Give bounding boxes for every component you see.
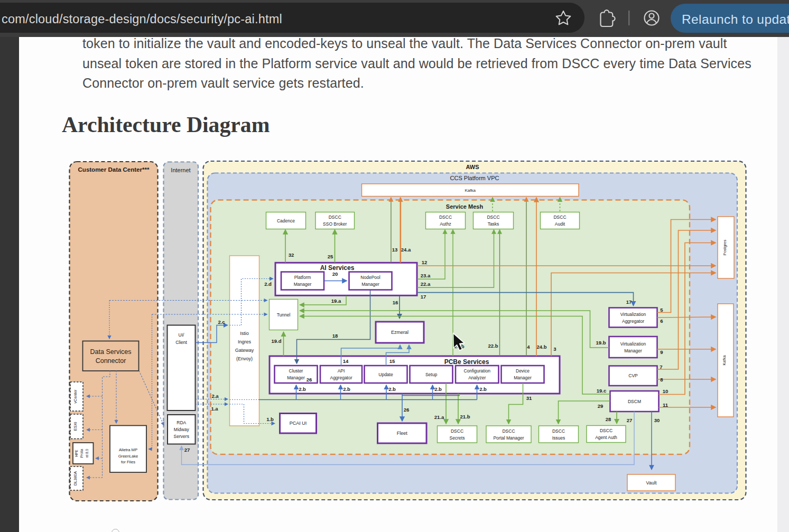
svg-text:2.b: 2.b (299, 386, 306, 392)
svg-text:Aggregator: Aggregator (622, 319, 644, 324)
svg-text:Manager: Manager (624, 348, 642, 353)
svg-text:AWS: AWS (466, 164, 479, 170)
svg-text:Platform: Platform (294, 275, 311, 280)
svg-text:NodePool: NodePool (360, 275, 380, 280)
svg-text:3: 3 (553, 346, 556, 352)
svg-text:32: 32 (289, 252, 294, 258)
svg-text:21.b: 21.b (460, 414, 470, 419)
svg-text:18: 18 (332, 333, 338, 339)
svg-text:Virtualization: Virtualization (620, 341, 646, 347)
svg-text:Postgres: Postgres (722, 239, 727, 255)
svg-text:21.a: 21.a (434, 414, 444, 420)
svg-text:nt 8.0: nt 8.0 (85, 449, 89, 458)
svg-text:2.b: 2.b (479, 386, 487, 392)
svg-text:19.a: 19.a (331, 298, 341, 304)
svg-text:2.d: 2.d (264, 281, 272, 287)
svg-text:DSCC: DSCC (329, 214, 341, 220)
svg-text:26: 26 (307, 377, 312, 382)
svg-text:8: 8 (660, 377, 663, 382)
svg-text:Data Services: Data Services (90, 348, 132, 356)
svg-text:19.b: 19.b (596, 340, 606, 346)
svg-text:Kafka: Kafka (465, 188, 476, 193)
svg-text:DSCC: DSCC (439, 214, 452, 220)
svg-text:23.a: 23.a (421, 273, 431, 278)
svg-text:AI Services: AI Services (320, 264, 355, 272)
svg-text:Configuration: Configuration (463, 368, 490, 374)
svg-text:Customer Data Center***: Customer Data Center*** (78, 166, 150, 173)
svg-text:DSCC: DSCC (502, 428, 515, 434)
svg-text:19.d: 19.d (271, 338, 281, 344)
svg-text:17: 17 (626, 299, 632, 305)
svg-text:DSCC: DSCC (553, 214, 566, 220)
svg-text:Portal Manager: Portal Manager (493, 435, 524, 441)
svg-text:Aggregator: Aggregator (330, 375, 352, 380)
svg-text:1.a: 1.a (211, 406, 218, 412)
svg-text:Ingres: Ingres (238, 339, 252, 344)
svg-text:Audit: Audit (555, 221, 565, 227)
svg-text:UI/: UI/ (179, 332, 185, 338)
svg-text:Tunnel: Tunnel (277, 312, 291, 318)
svg-text:DSCC: DSCC (600, 428, 612, 433)
svg-text:Cluster: Cluster (289, 368, 303, 374)
svg-text:15: 15 (389, 358, 395, 364)
svg-text:24.b: 24.b (536, 344, 546, 350)
svg-text:Ezmeral: Ezmeral (391, 330, 409, 335)
svg-text:25: 25 (328, 254, 333, 259)
svg-text:16: 16 (393, 300, 398, 305)
svg-text:Manager: Manager (294, 282, 312, 287)
svg-text:7: 7 (660, 364, 662, 370)
svg-text:Internet: Internet (171, 167, 190, 173)
svg-text:Setup: Setup (425, 372, 437, 377)
svg-text:22.b: 22.b (488, 343, 498, 349)
svg-text:24.a: 24.a (401, 247, 411, 253)
svg-text:Cadence: Cadence (277, 218, 295, 223)
svg-text:2.b: 2.b (434, 386, 442, 392)
svg-text:RDA: RDA (177, 420, 186, 425)
svg-text:Device: Device (516, 368, 530, 374)
svg-text:API: API (338, 368, 345, 374)
svg-text:2.b: 2.b (343, 386, 350, 392)
svg-text:22.a: 22.a (421, 281, 431, 287)
svg-text:Client: Client (175, 340, 187, 345)
svg-text:2.a: 2.a (211, 393, 219, 399)
svg-text:27: 27 (184, 447, 190, 453)
svg-text:19.c: 19.c (597, 388, 607, 394)
svg-text:Authz: Authz (440, 221, 451, 227)
svg-text:27: 27 (627, 417, 633, 423)
svg-text:Update: Update (378, 372, 393, 377)
svg-text:ESXi: ESXi (73, 422, 78, 431)
svg-text:Fleet: Fleet (397, 431, 408, 436)
svg-text:2.b: 2.b (388, 386, 396, 392)
svg-text:Prolia: Prolia (80, 449, 83, 458)
svg-text:Virtualization: Virtualization (620, 312, 646, 317)
svg-text:PCBe Services: PCBe Services (444, 358, 489, 366)
svg-text:10: 10 (663, 388, 669, 394)
svg-text:6: 6 (660, 318, 663, 324)
svg-text:Kafka: Kafka (722, 355, 727, 366)
svg-text:28: 28 (606, 416, 611, 422)
svg-text:26: 26 (404, 407, 410, 413)
svg-text:DSCC: DSCC (487, 214, 499, 220)
svg-text:GreenLake: GreenLake (118, 454, 138, 459)
svg-text:2.c: 2.c (218, 319, 225, 325)
svg-text:Gateway: Gateway (235, 348, 254, 353)
svg-text:Tasks: Tasks (488, 221, 499, 227)
svg-text:Issues: Issues (552, 435, 565, 441)
svg-text:9: 9 (660, 349, 663, 355)
svg-text:CCS Platform VPC: CCS Platform VPC (450, 175, 499, 181)
svg-text:29: 29 (598, 403, 604, 409)
svg-text:(Envoy): (Envoy) (236, 356, 253, 361)
svg-text:4: 4 (527, 344, 530, 350)
svg-text:PCAI UI: PCAI UI (290, 421, 307, 426)
svg-text:Manager: Manager (287, 375, 305, 380)
svg-text:SSO Broker: SSO Broker (323, 221, 347, 227)
svg-text:Manager: Manager (514, 375, 532, 380)
svg-text:1.b: 1.b (266, 416, 274, 422)
svg-text:20: 20 (332, 271, 338, 277)
svg-text:Servers: Servers (174, 434, 189, 439)
svg-text:DSCM: DSCM (628, 399, 641, 404)
svg-text:Service Mesh: Service Mesh (446, 203, 484, 210)
svg-text:13: 13 (392, 247, 398, 253)
svg-text:Manager: Manager (361, 282, 379, 287)
svg-text:Connector: Connector (96, 357, 126, 365)
